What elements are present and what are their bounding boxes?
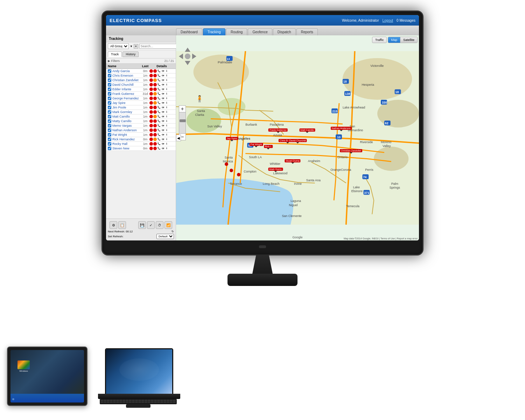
signal-icon-btn[interactable]: 📶 [164, 221, 172, 229]
driver-name-chris[interactable]: Chris Emerson [112, 74, 141, 77]
driver-row: Nathan Anderson 1m 📞🗺ℹ [106, 128, 176, 133]
messages-badge[interactable]: 0 Messages [397, 19, 415, 22]
nav-bar: Dashboard Tracking Routing Geofence Disp… [106, 26, 419, 35]
map-background[interactable]: Palmdale Victorville Hesperia Santa Clar… [176, 35, 419, 240]
driver-name-george[interactable]: George Fernandez [112, 97, 141, 100]
driver-check-christian[interactable] [108, 78, 111, 82]
driver-name-jay[interactable]: Jay Spire [112, 101, 141, 105]
zoom-track[interactable] [179, 112, 186, 133]
tab-dispatch[interactable]: Dispatch [273, 28, 296, 35]
marker-frank-gutierrez[interactable]: Frank Gutierrez [268, 128, 288, 132]
tab-routing[interactable]: Routing [226, 28, 247, 35]
driver-check-edder[interactable] [108, 88, 111, 91]
driver-check-steven[interactable] [108, 147, 111, 150]
driver-name-matt[interactable]: Matt Camillo [112, 115, 141, 118]
driver-check-matty[interactable] [108, 119, 111, 123]
driver-last-christian: 1m [141, 78, 149, 82]
check-icon-btn[interactable]: ✓ [147, 221, 155, 229]
marker-david-churchill[interactable]: David Churchill [288, 139, 307, 142]
driver-name-rocky[interactable]: Rocky Hall [112, 142, 141, 146]
zoom-in-btn[interactable]: + [179, 105, 186, 112]
nav-left[interactable] [179, 54, 183, 59]
tab-reports[interactable]: Reports [296, 28, 318, 35]
svg-text:18: 18 [343, 80, 347, 83]
driver-icons-chris: 📞🗺ℹ [149, 74, 174, 77]
group-select[interactable]: All Group [108, 43, 129, 49]
map-area[interactable]: Palmdale Victorville Hesperia Santa Clar… [176, 35, 419, 240]
driver-check-matt[interactable] [108, 115, 111, 118]
sub-tab-history[interactable]: History [122, 51, 139, 57]
driver-check-frank[interactable] [108, 92, 111, 96]
driver-check-memo[interactable] [108, 124, 111, 127]
download-icon-btn[interactable]: 💾 [138, 221, 146, 229]
driver-name-steven[interactable]: Steven New [112, 147, 141, 150]
driver-name-mark[interactable]: Mark Gormley [112, 110, 141, 114]
map-view-satellite[interactable]: Satellite [400, 37, 417, 43]
filters-toggle[interactable]: ▶ Filters [108, 59, 120, 63]
group-filter-icon[interactable]: ▼ [130, 45, 133, 48]
marker-rick-i[interactable]: Rick I. [264, 145, 273, 148]
svg-text:Long Beach: Long Beach [263, 182, 280, 186]
driver-check-andy[interactable] [108, 69, 111, 73]
driver-check-jim[interactable] [108, 106, 111, 109]
table-icon-btn[interactable]: 📋 [118, 221, 126, 229]
driver-name-david[interactable]: David Churchill [112, 83, 141, 86]
marker-stuart-duma[interactable]: Stuart Duma [285, 159, 300, 162]
driver-name-christian[interactable]: Christian Zandvliet [112, 78, 141, 82]
driver-list-header: Name Last Details [106, 64, 176, 69]
driver-name-pat[interactable]: Pat Wright [112, 133, 141, 136]
logout-link[interactable]: Logout [382, 19, 393, 22]
filter-btn[interactable]: ≡ [134, 44, 138, 49]
refresh-icon[interactable]: ↻ [172, 230, 174, 233]
sub-tab-track[interactable]: Track [108, 51, 122, 57]
map-view-map[interactable]: Map [388, 37, 400, 43]
tab-geofence[interactable]: Geofence [248, 28, 272, 35]
driver-check-nathan[interactable] [108, 128, 111, 132]
driver-icons-nathan: 📞🗺ℹ [149, 128, 174, 132]
driver-check-david[interactable] [108, 83, 111, 86]
traffic-btn[interactable]: Traffic [372, 37, 387, 43]
marker-mark-gorm[interactable]: Mark Gorm. [268, 168, 283, 171]
driver-list: Name Last Details Andy Garcia 0m 📞 🗺 [106, 64, 176, 218]
driver-check-rocky[interactable] [108, 142, 111, 146]
driver-row: Mark Gormley 1m 📞🗺ℹ [106, 110, 176, 114]
driver-name-frank[interactable]: Frank Gutierrez [112, 92, 141, 96]
tab-tracking[interactable]: Tracking [203, 28, 225, 35]
nav-down[interactable] [185, 61, 190, 65]
driver-name-andy[interactable]: Andy Garcia [112, 69, 141, 73]
monitor-power-button[interactable] [259, 245, 266, 248]
collapse-sidebar-btn[interactable]: ◀ [176, 135, 181, 141]
driver-check-rick[interactable] [108, 138, 111, 141]
nav-up[interactable] [185, 48, 190, 52]
svg-text:Corona: Corona [341, 168, 351, 172]
marker-nathan-anderson[interactable]: Nathan Anderson [331, 127, 352, 130]
driver-name-memo[interactable]: Memo Vargas [112, 124, 141, 127]
driver-icons-rocky: 📞🗺ℹ [149, 142, 174, 146]
refresh-select[interactable]: Default [156, 234, 174, 239]
driver-check-pat[interactable] [108, 133, 111, 136]
driver-name-matty[interactable]: Matty Camillo [112, 119, 141, 123]
tab-dashboard[interactable]: Dashboard [176, 28, 202, 35]
driver-check-jay[interactable] [108, 101, 111, 105]
next-refresh-label: Next Refresh: 00:12 [108, 230, 133, 233]
marker-matt-camillo[interactable]: Matt Camillo [299, 128, 315, 132]
marker-pat-wright[interactable]: Pat Wright [250, 143, 263, 146]
driver-icons-edder: 📞🗺ℹ [149, 88, 174, 91]
driver-name-jim[interactable]: Jim Poole [112, 106, 141, 109]
driver-icons-pat: 📞🗺ℹ [149, 133, 174, 136]
driver-check-chris[interactable] [108, 74, 111, 77]
driver-name-nathan[interactable]: Nathan Anderson [112, 128, 141, 132]
driver-name-edder[interactable]: Edder Infante [112, 88, 141, 91]
settings-icon-btn[interactable]: ⚙ [110, 221, 117, 229]
driver-check-mark[interactable] [108, 110, 111, 114]
person-icon[interactable]: 🧍 [196, 95, 203, 103]
nav-right[interactable] [192, 54, 196, 59]
search-input[interactable] [139, 44, 181, 49]
clock-icon-btn[interactable]: ⏱ [156, 221, 163, 229]
driver-row: Pat Wright 1m 📞🗺ℹ [106, 133, 176, 137]
map-attribution[interactable]: Map data ©2014 Google, INEGI | Terms of … [344, 237, 418, 240]
driver-check-george[interactable] [108, 97, 111, 100]
marker-jay-spire[interactable]: Jay Spire [226, 137, 238, 140]
driver-name-rick[interactable]: Rick Hernandez [112, 138, 141, 141]
marker-christian-zandvliet[interactable]: Christian Zandvliet [340, 149, 362, 152]
